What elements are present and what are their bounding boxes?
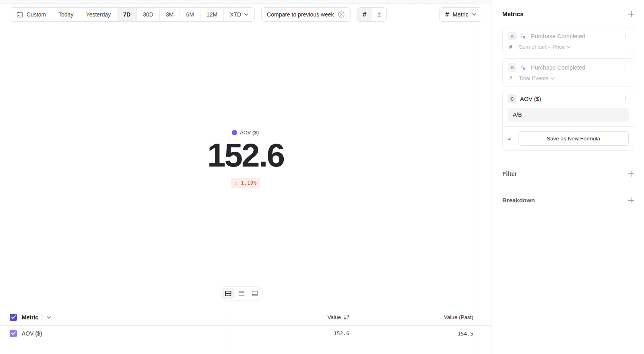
big-number-chart: AOV ($) 152.6 ↓ 1.19% — [0, 130, 491, 188]
table-column-divider — [231, 309, 231, 347]
row-value: 152.6 — [334, 330, 349, 336]
table-header-row: Metric 1 Value — [0, 309, 491, 326]
date-range-control: Custom Today Yesterday 7D 30D 3M 6M 12M … — [10, 7, 255, 22]
select-all-checkbox[interactable] — [10, 314, 17, 321]
bottom-panel-icon — [252, 290, 258, 297]
date-range-6m[interactable]: 6M — [180, 8, 200, 21]
split-view-icon — [225, 290, 232, 297]
breakdown-title: Breakdown — [502, 197, 535, 204]
toolbar: Custom Today Yesterday 7D 30D 3M 6M 12M … — [10, 7, 482, 22]
metric-badge: A — [508, 32, 516, 40]
chart-view-toggle[interactable] — [235, 288, 248, 299]
hash-icon: # — [445, 10, 449, 19]
trend-view-toggle[interactable] — [372, 8, 386, 21]
metric-badge: B — [508, 63, 516, 72]
query-sidebar: Metrics A Purchase Completed ⋮ # — [491, 0, 644, 354]
change-badge: ↓ 1.19% — [231, 178, 261, 188]
value-column-header[interactable]: Value — [231, 314, 349, 320]
remove-compare-icon[interactable] — [338, 11, 345, 18]
filter-title: Filter — [502, 170, 517, 177]
legend-label: AOV ($) — [240, 130, 259, 136]
metrics-title: Metrics — [502, 10, 524, 17]
metric-event-name[interactable]: Purchase Completed — [531, 33, 619, 39]
breakdown-section-header: Breakdown — [502, 197, 634, 204]
date-range-custom[interactable]: Custom — [10, 8, 52, 21]
layout-toggle-group — [221, 286, 263, 300]
metric-event-name[interactable]: Purchase Completed — [531, 64, 619, 71]
aggregation-selector[interactable]: Total Events — [519, 75, 555, 81]
number-view-toggle[interactable]: # — [357, 8, 372, 21]
metric-card-b[interactable]: B Purchase Completed ⋮ # Total Events — [502, 58, 634, 86]
split-view-toggle[interactable] — [222, 288, 235, 299]
formula-input[interactable]: A/B — [508, 108, 629, 121]
metric-value: 152.6 — [207, 139, 284, 172]
event-click-icon — [520, 33, 527, 40]
date-range-label: Custom — [27, 11, 46, 18]
metric-dropdown-button[interactable]: # Metric — [439, 7, 482, 22]
row-past-value: 154.5 — [458, 331, 473, 337]
add-filter-button[interactable] — [628, 171, 634, 177]
date-range-today[interactable]: Today — [52, 8, 79, 21]
arrow-down-icon: ↓ — [235, 180, 238, 186]
add-breakdown-button[interactable] — [628, 197, 634, 204]
arrow-up-icon — [376, 11, 382, 18]
metric-card-c[interactable]: C AOV ($) ⋮ A/B # Save as New Formula — [502, 90, 634, 151]
date-range-7d[interactable]: 7D — [117, 8, 136, 21]
hash-icon: # — [508, 136, 514, 142]
top-panel-icon — [238, 290, 245, 297]
date-range-12m[interactable]: 12M — [200, 8, 223, 21]
metric-group-selector[interactable]: Metric 1 — [22, 314, 51, 321]
hash-icon: # — [363, 10, 366, 19]
metric-badge: C — [508, 95, 516, 103]
chevron-down-icon — [567, 46, 571, 48]
row-metric-name: AOV ($) — [22, 330, 42, 337]
main-area: Custom Today Yesterday 7D 30D 3M 6M 12M … — [0, 0, 491, 354]
event-click-icon — [520, 64, 527, 71]
metrics-section-header: Metrics — [502, 10, 634, 17]
compare-label: Compare to previous week — [267, 11, 334, 18]
hash-icon: # — [509, 44, 515, 50]
chart-legend: AOV ($) — [232, 130, 259, 136]
filter-section-header: Filter — [502, 170, 634, 177]
date-range-yesterday[interactable]: Yesterday — [80, 8, 117, 21]
sort-descending-icon — [343, 315, 349, 320]
change-percent: 1.19% — [241, 180, 256, 186]
chevron-down-icon — [47, 316, 51, 319]
formula-metric-name[interactable]: AOV ($) — [520, 96, 619, 102]
past-value-column-header[interactable]: Value (Past) — [349, 314, 473, 320]
chevron-down-icon — [244, 13, 248, 16]
chevron-down-icon — [472, 13, 476, 16]
aggregation-selector[interactable]: Sum of cart ▸ Price — [519, 44, 571, 50]
metric-dropdown-label: Metric — [453, 11, 469, 18]
date-range-xtd[interactable]: XTD — [223, 8, 254, 21]
row-checkbox[interactable] — [10, 330, 17, 337]
table-view-toggle[interactable] — [249, 288, 261, 299]
table-row[interactable]: AOV ($) 152.6 154.5 — [0, 326, 491, 341]
date-range-30d[interactable]: 30D — [136, 8, 159, 21]
hash-icon: # — [509, 75, 515, 81]
chevron-down-icon — [551, 77, 555, 80]
metric-card-a[interactable]: A Purchase Completed ⋮ # Sum of cart ▸ P… — [502, 27, 634, 55]
results-table: Metric 1 Value — [0, 309, 491, 341]
save-formula-button[interactable]: Save as New Formula — [518, 131, 629, 146]
app-root: Custom Today Yesterday 7D 30D 3M 6M 12M … — [0, 0, 644, 354]
value-display-toggle: # — [357, 7, 387, 22]
legend-swatch — [232, 130, 237, 135]
breadcrumb-arrow-icon: ▸ — [549, 45, 551, 49]
add-metric-button[interactable] — [628, 11, 634, 17]
date-range-3m[interactable]: 3M — [159, 8, 180, 21]
compare-pill[interactable]: Compare to previous week — [261, 7, 351, 22]
calendar-icon — [16, 11, 23, 18]
